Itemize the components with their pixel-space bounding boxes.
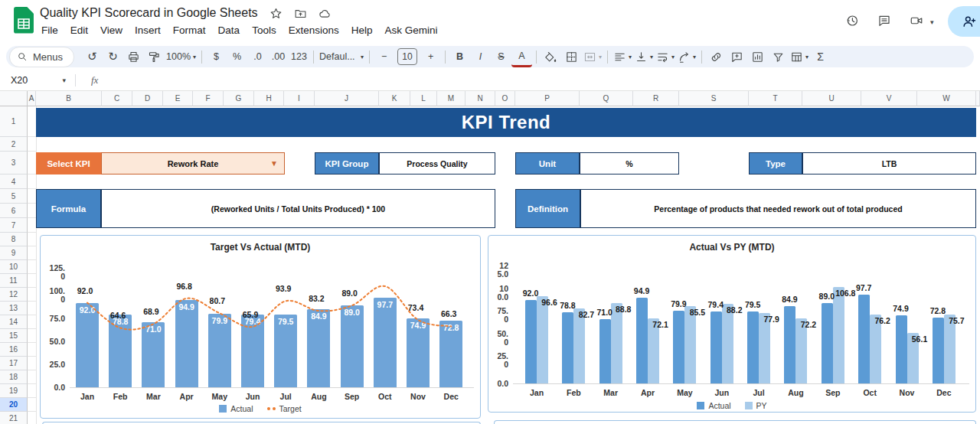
menu-edit[interactable]: Edit — [64, 23, 94, 38]
menu-data[interactable]: Data — [212, 23, 247, 38]
meet-camera-icon[interactable] — [910, 14, 923, 28]
sheets-logo-icon[interactable] — [14, 7, 34, 34]
row-header-19[interactable]: 19 — [0, 384, 28, 398]
column-header-G[interactable]: G — [224, 91, 254, 106]
row-header-3[interactable]: 3 — [0, 152, 28, 174]
row-header-4[interactable]: 4 — [0, 174, 28, 189]
row-header-11[interactable]: 11 — [0, 274, 28, 288]
move-folder-icon[interactable] — [294, 7, 307, 20]
row-header-7[interactable]: 7 — [0, 218, 28, 233]
menu-extensions[interactable]: Extensions — [283, 23, 345, 38]
name-box-caret-icon[interactable]: ▾ — [62, 77, 66, 84]
strikethrough-button[interactable]: S — [491, 47, 511, 66]
column-header-Q[interactable]: Q — [580, 91, 633, 106]
menu-view[interactable]: View — [94, 23, 129, 38]
horizontal-align-button[interactable]: ▾ — [612, 47, 633, 66]
menu-file[interactable]: File — [35, 23, 64, 38]
functions-button[interactable]: Σ — [810, 47, 831, 66]
column-header-B[interactable]: B — [36, 91, 102, 106]
share-button[interactable] — [948, 6, 980, 37]
decrease-decimals-button[interactable]: .0 — [247, 47, 268, 66]
chart-actual-vs-py[interactable]: Actual Vs PY (MTD)125.0100.075.050.025.0… — [488, 235, 976, 413]
column-header-W[interactable]: W — [917, 91, 976, 106]
meet-caret-icon[interactable]: ▾ — [930, 18, 934, 26]
select-all-corner[interactable] — [0, 91, 28, 106]
row-header-2[interactable]: 2 — [0, 137, 28, 152]
redo-button[interactable]: ↻ — [103, 47, 123, 66]
column-header-T[interactable]: T — [749, 91, 802, 106]
column-header-N[interactable]: N — [466, 91, 495, 106]
column-header-A[interactable]: A — [28, 91, 36, 106]
row-header-17[interactable]: 17 — [0, 357, 28, 370]
row-header-1[interactable]: 1 — [0, 106, 28, 137]
menu-ask-gemini[interactable]: Ask Gemini — [378, 23, 443, 38]
menu-insert[interactable]: Insert — [129, 23, 167, 38]
text-rotation-button[interactable]: ▾ — [676, 47, 697, 66]
undo-button[interactable]: ↺ — [82, 47, 103, 66]
star-icon[interactable] — [270, 7, 283, 20]
row-header-8[interactable]: 8 — [0, 233, 28, 246]
column-header-H[interactable]: H — [254, 91, 284, 106]
menu-format[interactable]: Format — [167, 23, 212, 38]
row-header-15[interactable]: 15 — [0, 329, 28, 343]
column-header-K[interactable]: K — [379, 91, 410, 106]
font-size-input[interactable]: 10 — [397, 48, 417, 65]
select-kpi-dropdown[interactable]: Rework Rate ▼ — [101, 152, 285, 174]
text-wrap-button[interactable]: ▾ — [655, 47, 676, 66]
format-percent-button[interactable]: % — [227, 47, 247, 66]
column-header-M[interactable]: M — [437, 91, 466, 106]
increase-decimals-button[interactable]: .00 — [268, 47, 289, 66]
decrease-font-size-button[interactable]: − — [374, 47, 394, 66]
font-select[interactable]: Defaul...▾ — [318, 47, 365, 66]
number-format-button[interactable]: 123 — [289, 47, 309, 66]
column-header-S[interactable]: S — [679, 91, 749, 106]
row-header-21[interactable]: 21 — [0, 412, 28, 424]
row-header-14[interactable]: 14 — [0, 315, 28, 329]
menu-tools[interactable]: Tools — [246, 23, 283, 38]
insert-chart-button[interactable] — [747, 47, 768, 66]
insert-link-button[interactable] — [706, 47, 727, 66]
print-button[interactable] — [123, 47, 144, 66]
fill-color-button[interactable] — [541, 47, 561, 66]
paint-format-button[interactable] — [144, 47, 165, 66]
column-header-F[interactable]: F — [193, 91, 224, 106]
column-header-O[interactable]: O — [495, 91, 515, 106]
zoom-select[interactable]: 100%▾ — [165, 47, 198, 66]
insert-comment-button[interactable] — [727, 47, 747, 66]
document-title[interactable]: Quality KPI Scorecard in Google Sheets — [40, 6, 258, 20]
row-header-10[interactable]: 10 — [0, 260, 28, 274]
toolbar-search[interactable]: Menus — [9, 47, 74, 67]
row-header-12[interactable]: 12 — [0, 288, 28, 302]
row-header-9[interactable]: 9 — [0, 246, 28, 260]
row-header-6[interactable]: 6 — [0, 204, 28, 218]
row-header-16[interactable]: 16 — [0, 343, 28, 357]
column-header-P[interactable]: P — [515, 91, 580, 106]
format-currency-button[interactable]: $ — [206, 47, 227, 66]
version-history-icon[interactable] — [845, 14, 859, 28]
text-color-button[interactable]: A — [511, 47, 532, 67]
row-header-20[interactable]: 20 — [0, 398, 28, 412]
name-box[interactable]: X20 ▾ — [11, 75, 66, 86]
borders-button[interactable] — [561, 47, 582, 66]
comments-icon[interactable] — [877, 14, 891, 28]
column-header-I[interactable]: I — [284, 91, 315, 106]
column-header-J[interactable]: J — [315, 91, 379, 106]
italic-button[interactable]: I — [470, 47, 491, 66]
column-header-D[interactable]: D — [132, 91, 163, 106]
column-header-L[interactable]: L — [410, 91, 437, 106]
bold-button[interactable]: B — [449, 47, 470, 66]
column-header-C[interactable]: C — [102, 91, 132, 106]
column-header-R[interactable]: R — [633, 91, 679, 106]
vertical-align-button[interactable]: ▾ — [633, 47, 655, 66]
column-header-U[interactable]: U — [802, 91, 861, 106]
select-kpi-caret-icon[interactable]: ▼ — [270, 159, 278, 168]
formula-input[interactable] — [98, 70, 980, 90]
row-header-5[interactable]: 5 — [0, 189, 28, 204]
row-header-18[interactable]: 18 — [0, 370, 28, 384]
table-views-button[interactable]: ▾ — [789, 47, 810, 66]
menu-help[interactable]: Help — [345, 23, 379, 38]
filter-button[interactable] — [768, 47, 789, 66]
row-header-13[interactable]: 13 — [0, 302, 28, 315]
increase-font-size-button[interactable]: + — [420, 47, 441, 66]
column-header-V[interactable]: V — [861, 91, 917, 106]
